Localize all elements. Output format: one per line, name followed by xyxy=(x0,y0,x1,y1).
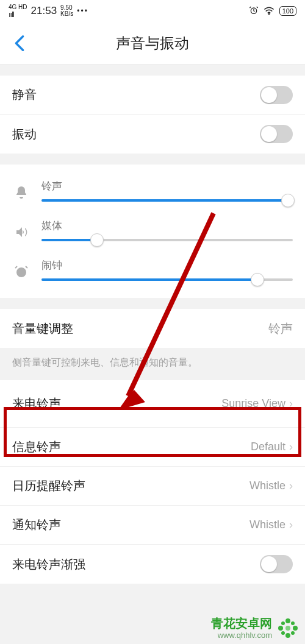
back-button[interactable] xyxy=(7,31,32,55)
svg-point-7 xyxy=(285,633,290,638)
group-silent: 静音 振动 xyxy=(0,76,305,154)
cal-ringtone-label: 日历提醒铃声 xyxy=(12,478,249,494)
more-dots-icon: ••• xyxy=(77,7,88,15)
svg-point-12 xyxy=(281,621,285,625)
svg-point-11 xyxy=(281,631,285,635)
signal-icon: 4G HD ııll xyxy=(9,4,27,18)
svg-point-9 xyxy=(291,621,295,625)
watermark-logo-icon xyxy=(276,616,300,640)
notif-ringtone-value: Whistle xyxy=(249,518,285,531)
slider-alarm-label: 闹钟 xyxy=(41,258,293,272)
watermark-name: 青花安卓网 xyxy=(211,616,272,631)
slider-media[interactable]: 媒体 xyxy=(12,210,293,250)
cal-ringtone-value: Whistle xyxy=(249,479,285,492)
row-mute[interactable]: 静音 xyxy=(0,76,305,115)
notif-ringtone-label: 通知铃声 xyxy=(12,517,249,533)
bell-icon xyxy=(12,185,30,200)
fadein-toggle[interactable] xyxy=(260,555,293,573)
slider-alarm[interactable]: 闹钟 xyxy=(12,250,293,289)
status-bar: 4G HD ııll 21:53 9.50 KB/s ••• 100 xyxy=(0,0,305,22)
net-speed: 9.50 KB/s xyxy=(60,5,73,17)
wifi-icon xyxy=(264,6,274,16)
chevron-right-icon: › xyxy=(289,479,293,492)
mute-toggle[interactable] xyxy=(260,86,293,104)
battery-icon: 100 xyxy=(279,6,296,16)
slider-media-fill xyxy=(41,239,97,241)
page-title: 声音与振动 xyxy=(116,34,189,53)
vibrate-label: 振动 xyxy=(12,126,260,143)
slider-alarm-thumb[interactable] xyxy=(251,273,264,286)
watermark: 青花安卓网 www.qhhlv.com xyxy=(211,616,300,640)
svg-point-6 xyxy=(293,626,298,631)
chevron-right-icon: › xyxy=(289,441,293,453)
row-vibrate[interactable]: 振动 xyxy=(0,115,305,154)
header: 声音与振动 xyxy=(0,22,305,65)
svg-point-2 xyxy=(16,267,26,277)
vibrate-toggle[interactable] xyxy=(260,125,293,143)
slider-ringtone[interactable]: 铃声 xyxy=(12,171,293,210)
chevron-right-icon: › xyxy=(289,397,293,410)
row-call-ringtone[interactable]: 来电铃声 Sunrise View › xyxy=(0,380,305,428)
group-volume: 铃声 媒体 闹钟 xyxy=(0,165,305,298)
slider-alarm-track[interactable] xyxy=(41,278,293,281)
slider-ringtone-thumb[interactable] xyxy=(281,194,295,207)
watermark-url: www.qhhlv.com xyxy=(211,631,272,640)
svg-point-1 xyxy=(268,13,270,15)
slider-media-label: 媒体 xyxy=(41,219,293,233)
row-cal-ringtone[interactable]: 日历提醒铃声 Whistle › xyxy=(0,467,305,506)
row-fadein[interactable]: 来电铃声渐强 xyxy=(0,545,305,584)
slider-alarm-fill xyxy=(41,278,257,281)
row-volkey[interactable]: 音量键调整 铃声 xyxy=(0,309,305,348)
msg-ringtone-label: 信息铃声 xyxy=(12,439,251,455)
fadein-label: 来电铃声渐强 xyxy=(12,556,260,573)
chevron-right-icon: › xyxy=(289,518,293,531)
row-notif-ringtone[interactable]: 通知铃声 Whistle › xyxy=(0,506,305,545)
status-left: 4G HD ııll 21:53 9.50 KB/s ••• xyxy=(9,4,88,18)
svg-point-13 xyxy=(285,626,290,631)
group-ringtones: 来电铃声 Sunrise View › 信息铃声 Default › 日历提醒铃… xyxy=(0,380,305,584)
slider-ringtone-fill xyxy=(41,199,288,202)
svg-point-5 xyxy=(285,618,290,623)
slider-ringtone-track[interactable] xyxy=(41,199,293,202)
status-time: 21:53 xyxy=(31,5,57,17)
group-volkey: 音量键调整 铃声 xyxy=(0,309,305,348)
svg-point-10 xyxy=(291,631,295,635)
call-ringtone-value: Sunrise View xyxy=(221,397,285,410)
msg-ringtone-value: Default xyxy=(251,441,285,453)
slider-ringtone-label: 铃声 xyxy=(41,179,293,193)
slider-media-thumb[interactable] xyxy=(90,233,104,247)
volkey-hint: 侧音量键可控制来电、信息和通知的音量。 xyxy=(0,348,305,380)
svg-point-8 xyxy=(278,626,283,631)
volkey-label: 音量键调整 xyxy=(12,320,268,337)
alarm-clock-icon xyxy=(12,264,30,279)
row-msg-ringtone[interactable]: 信息铃声 Default › xyxy=(0,428,305,467)
slider-media-track[interactable] xyxy=(41,239,293,241)
alarm-icon xyxy=(249,5,259,17)
call-ringtone-label: 来电铃声 xyxy=(12,395,221,412)
mute-label: 静音 xyxy=(12,87,260,103)
volkey-value: 铃声 xyxy=(268,320,293,337)
speaker-icon xyxy=(12,225,30,239)
status-right: 100 xyxy=(249,5,296,17)
